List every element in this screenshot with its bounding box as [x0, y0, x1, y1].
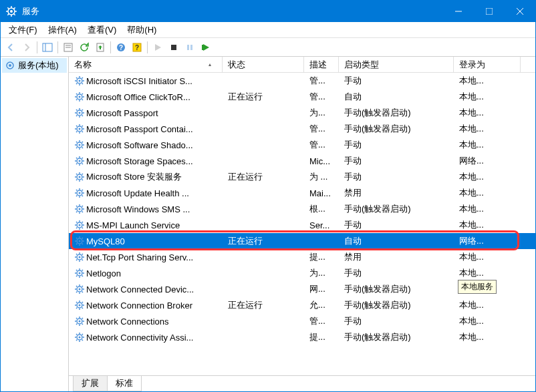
- properties-button[interactable]: [61, 40, 76, 55]
- service-row[interactable]: Microsoft Passport为...手动(触发器启动)本地...: [69, 105, 535, 121]
- help-button[interactable]: ?: [114, 40, 128, 55]
- service-row[interactable]: Microsoft Store 安装服务正在运行为 ...手动本地...: [69, 169, 535, 185]
- cell-desc: 根...: [304, 203, 339, 215]
- cell-desc: 允...: [304, 299, 339, 311]
- cell-name: Microsoft Software Shado...: [69, 140, 223, 150]
- restart-service-button[interactable]: [198, 40, 213, 55]
- service-row[interactable]: Microsoft Office ClickToR...正在运行管...自动本地…: [69, 89, 535, 105]
- toolbar-separator: [57, 41, 58, 53]
- service-row[interactable]: Microsoft Update Health ...Mai...禁用本地...: [69, 185, 535, 201]
- stop-service-button[interactable]: [166, 40, 181, 55]
- cell-desc: 为 ...: [304, 171, 339, 183]
- cell-logon: 本地...: [454, 187, 521, 199]
- cell-name: Network Connections: [69, 316, 223, 327]
- service-row[interactable]: MS-MPI Launch ServiceSer...手动本地...: [69, 217, 535, 233]
- cell-logon: 本地...: [454, 123, 521, 135]
- cell-status: 正在运行: [223, 299, 304, 311]
- cell-logon: 本地...: [454, 331, 521, 343]
- service-row[interactable]: Network Connection Broker正在运行允...手动(触发器启…: [69, 297, 535, 313]
- titlebar[interactable]: 服务: [1, 1, 535, 22]
- tab-extended[interactable]: 扩展: [73, 376, 108, 391]
- cell-startup: 手动: [339, 219, 454, 231]
- services-app-icon: [6, 6, 17, 17]
- show-hide-tree-button[interactable]: [40, 40, 55, 55]
- cell-desc: 管...: [304, 315, 339, 327]
- cell-startup: 手动: [339, 315, 454, 327]
- service-row[interactable]: Network Connections管...手动本地...: [69, 313, 535, 329]
- window-controls: [443, 1, 535, 22]
- cell-logon: 网络...: [454, 235, 521, 247]
- service-row[interactable]: Network Connectivity Assi...提...手动(触发器启动…: [69, 329, 535, 345]
- svg-point-43: [79, 240, 81, 242]
- column-description[interactable]: 描述: [304, 57, 339, 72]
- tab-standard[interactable]: 标准: [107, 376, 142, 391]
- svg-point-27: [79, 112, 81, 114]
- tree-root-label: 服务(本地): [18, 59, 59, 71]
- service-row[interactable]: MySQL80正在运行自动网络...: [69, 233, 535, 249]
- svg-point-31: [79, 144, 81, 146]
- pause-service-button: [182, 40, 197, 55]
- export-button[interactable]: [93, 40, 108, 55]
- cell-desc: 提...: [304, 251, 339, 263]
- service-row[interactable]: Microsoft iSCSI Initiator S...管...手动本地..…: [69, 73, 535, 89]
- svg-text:?: ?: [135, 44, 139, 51]
- svg-rect-18: [190, 45, 192, 50]
- toolbar-separator: [110, 41, 111, 53]
- cell-desc: 管...: [304, 91, 339, 103]
- cell-startup: 手动(触发器启动): [339, 123, 454, 135]
- svg-point-35: [79, 176, 81, 178]
- column-status[interactable]: 状态: [223, 57, 304, 72]
- column-logon[interactable]: 登录为: [454, 57, 521, 72]
- cell-logon: 本地...: [454, 91, 521, 103]
- menu-action[interactable]: 操作(A): [43, 23, 82, 37]
- cell-name: MySQL80: [69, 236, 223, 246]
- svg-point-55: [79, 337, 81, 339]
- cell-desc: 管...: [304, 75, 339, 87]
- tree-root-services[interactable]: 服务(本地): [2, 58, 67, 73]
- svg-text:?: ?: [119, 44, 123, 51]
- list-body[interactable]: Microsoft iSCSI Initiator S...管...手动本地..…: [69, 73, 535, 375]
- help2-button[interactable]: ?: [130, 40, 144, 55]
- service-row[interactable]: Microsoft Windows SMS ...根...手动(触发器启动)本地…: [69, 201, 535, 217]
- menu-help[interactable]: 帮助(H): [122, 23, 162, 37]
- cell-logon: 本地...: [454, 75, 521, 87]
- cell-startup: 禁用: [339, 251, 454, 263]
- menu-view[interactable]: 查看(V): [82, 23, 122, 37]
- column-startup[interactable]: 启动类型: [339, 57, 454, 72]
- cell-logon: 本地...: [454, 299, 521, 311]
- cell-name: Microsoft Windows SMS ...: [69, 204, 223, 214]
- toolbar-separator: [147, 41, 148, 53]
- cell-name: Microsoft Passport: [69, 108, 223, 118]
- minimize-button[interactable]: [443, 1, 474, 22]
- menu-file[interactable]: 文件(F): [3, 23, 43, 37]
- service-row[interactable]: Microsoft Software Shado...管...手动本地...: [69, 137, 535, 153]
- toolbar-separator: [37, 41, 37, 53]
- svg-point-41: [79, 224, 81, 226]
- service-row[interactable]: Microsoft Passport Contai...管...手动(触发器启动…: [69, 121, 535, 137]
- service-row[interactable]: Net.Tcp Port Sharing Serv...提...禁用本地...: [69, 249, 535, 265]
- service-row[interactable]: Microsoft Storage Spaces...Mic...手动网络...: [69, 153, 535, 169]
- cell-logon: 本地...: [454, 315, 521, 327]
- cell-name: Network Connection Broker: [69, 300, 223, 311]
- svg-rect-16: [171, 45, 176, 50]
- svg-point-49: [79, 288, 81, 290]
- close-button[interactable]: [505, 1, 535, 22]
- svg-rect-6: [43, 43, 52, 51]
- tree-panel[interactable]: 服务(本地): [1, 57, 69, 391]
- forward-button: [19, 40, 34, 55]
- cell-startup: 手动(触发器启动): [339, 283, 454, 295]
- svg-rect-17: [187, 45, 189, 50]
- maximize-button[interactable]: [474, 1, 505, 22]
- svg-point-25: [79, 96, 81, 98]
- cell-logon: 本地...: [454, 203, 521, 215]
- cell-logon: 本地...: [454, 139, 521, 151]
- cell-desc: 管...: [304, 123, 339, 135]
- service-row[interactable]: Netlogon为...手动本地...: [69, 265, 535, 281]
- refresh-button[interactable]: [77, 40, 92, 55]
- cell-status: 正在运行: [223, 91, 304, 103]
- cell-name: Microsoft iSCSI Initiator S...: [69, 75, 223, 86]
- column-name[interactable]: 名称: [69, 57, 223, 72]
- cell-startup: 手动(触发器启动): [339, 107, 454, 119]
- cell-desc: 为...: [304, 107, 339, 119]
- svg-point-29: [79, 128, 81, 130]
